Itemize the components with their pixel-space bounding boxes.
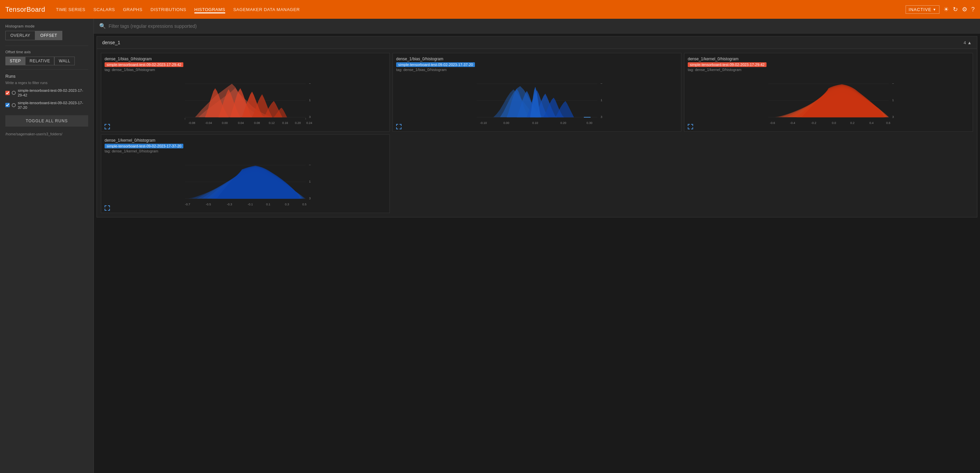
chart-2-tag: tag: dense_1/bias_0/histogram bbox=[396, 68, 678, 72]
svg-text:-0.4: -0.4 bbox=[790, 121, 795, 125]
run-item-2: simple-tensorboard-test-09-02-2023-17-37… bbox=[5, 100, 88, 110]
chart-2-area: – 1 3 bbox=[396, 75, 678, 128]
chart-4-title: dense_1/kernel_0/histogram bbox=[105, 138, 386, 143]
toggle-all-button[interactable]: TOGGLE ALL RUNS bbox=[5, 115, 88, 127]
svg-text:0.4: 0.4 bbox=[869, 121, 874, 125]
svg-text:0.04: 0.04 bbox=[238, 121, 244, 125]
filter-bar: 🔍 bbox=[94, 19, 980, 33]
chevron-down-icon: ▼ bbox=[933, 8, 936, 11]
svg-text:–: – bbox=[892, 82, 894, 85]
chart-2-title: dense_1/bias_0/histogram bbox=[396, 57, 678, 61]
run-item-1: simple-tensorboard-test-09-02-2023-17-29… bbox=[5, 88, 88, 98]
relative-button[interactable]: RELATIVE bbox=[25, 57, 54, 65]
run-1-checkbox[interactable] bbox=[5, 91, 10, 95]
expand-icon-3[interactable] bbox=[688, 124, 693, 129]
run-2-radio[interactable] bbox=[12, 103, 16, 107]
svg-text:0.20: 0.20 bbox=[560, 121, 566, 125]
search-icon: 🔍 bbox=[99, 23, 106, 29]
svg-text:0.3: 0.3 bbox=[285, 203, 289, 206]
runs-filter-label: Write a regex to filter runs bbox=[5, 81, 88, 85]
brightness-icon[interactable]: ☀ bbox=[943, 6, 949, 13]
svg-text:-0.3: -0.3 bbox=[227, 203, 232, 206]
svg-text:-0.1: -0.1 bbox=[248, 203, 253, 206]
chevron-up-icon[interactable]: ▲ bbox=[967, 40, 972, 45]
svg-text:0.6: 0.6 bbox=[886, 121, 891, 125]
divider-2 bbox=[5, 69, 88, 70]
step-button[interactable]: STEP bbox=[5, 57, 25, 65]
chart-4-run-badge: simple-tensorboard-test-09-02-2023-17-37… bbox=[105, 144, 183, 148]
nav-scalars[interactable]: SCALARS bbox=[94, 6, 115, 13]
svg-text:-0.7: -0.7 bbox=[185, 203, 190, 206]
overlay-button[interactable]: OVERLAY bbox=[5, 31, 35, 40]
svg-text:1: 1 bbox=[309, 180, 311, 183]
run-1-label: simple-tensorboard-test-09-02-2023-17-29… bbox=[18, 88, 88, 98]
nav-sagemaker[interactable]: SAGEMAKER DATA MANAGER bbox=[233, 6, 300, 13]
run-1-radio[interactable] bbox=[12, 91, 16, 95]
chart-3-title: dense_1/kernel_0/histogram bbox=[688, 57, 969, 61]
svg-text:-0.04: -0.04 bbox=[205, 121, 212, 125]
chart-2-run-badge: simple-tensorboard-test-09-02-2023-17-37… bbox=[396, 62, 475, 67]
svg-text:0.16: 0.16 bbox=[282, 121, 288, 125]
svg-text:-0.5: -0.5 bbox=[206, 203, 211, 206]
mode-buttons: OVERLAY OFFSET bbox=[5, 31, 88, 40]
filter-input[interactable] bbox=[108, 24, 975, 29]
svg-text:-0.10: -0.10 bbox=[480, 121, 487, 125]
svg-text:0.0: 0.0 bbox=[832, 121, 836, 125]
offset-axis-label: Offset time axis bbox=[5, 50, 88, 54]
svg-text:1: 1 bbox=[892, 98, 894, 102]
nav-time-series[interactable]: TIME SERIES bbox=[56, 6, 86, 13]
svg-text:3: 3 bbox=[309, 197, 311, 200]
svg-text:0.30: 0.30 bbox=[587, 121, 593, 125]
svg-text:0.1: 0.1 bbox=[266, 203, 270, 206]
chart-1-title: dense_1/bias_0/histogram bbox=[105, 57, 386, 61]
expand-icon-4[interactable] bbox=[105, 205, 110, 211]
expand-icon-1[interactable] bbox=[105, 124, 110, 129]
nav-graphs[interactable]: GRAPHS bbox=[123, 6, 142, 13]
chart-2-svg: – 1 3 bbox=[396, 75, 678, 128]
chart-3-svg: – 1 3 bbox=[688, 75, 969, 128]
svg-text:1: 1 bbox=[309, 98, 311, 102]
section-header: dense_1 4 ▲ bbox=[97, 37, 977, 49]
svg-text:0.24: 0.24 bbox=[306, 121, 312, 125]
chart-1-tag: tag: dense_1/bias_0/histogram bbox=[105, 68, 386, 72]
run-2-label: simple-tensorboard-test-09-02-2023-17-37… bbox=[18, 100, 88, 110]
sidebar: Histogram mode OVERLAY OFFSET Offset tim… bbox=[0, 19, 94, 473]
chart-4-svg: – 1 3 bbox=[105, 156, 386, 210]
chart-card-2: dense_1/bias_0/histogram simple-tensorbo… bbox=[393, 53, 681, 132]
header-right: INACTIVE ▼ ☀ ↻ ⚙ ? bbox=[905, 5, 975, 14]
histogram-mode-label: Histogram mode bbox=[5, 24, 88, 28]
run-2-checkbox[interactable] bbox=[5, 103, 10, 107]
svg-text:–: – bbox=[309, 82, 311, 85]
offset-button[interactable]: OFFSET bbox=[35, 31, 62, 40]
chart-3-tag: tag: dense_1/kernel_0/histogram bbox=[688, 68, 969, 72]
svg-text:-0.2: -0.2 bbox=[811, 121, 816, 125]
wall-button[interactable]: WALL bbox=[54, 57, 75, 65]
svg-text:0.08: 0.08 bbox=[254, 121, 260, 125]
axis-buttons: STEP RELATIVE WALL bbox=[5, 57, 88, 65]
svg-text:3: 3 bbox=[601, 115, 602, 119]
section-name: dense_1 bbox=[102, 40, 120, 45]
charts-grid: dense_1/bias_0/histogram simple-tensorbo… bbox=[97, 49, 977, 217]
chart-3-area: – 1 3 bbox=[688, 75, 969, 128]
chart-1-svg: – 1 3 bbox=[105, 75, 386, 128]
settings-icon[interactable]: ⚙ bbox=[962, 6, 967, 13]
nav-histograms[interactable]: HISTOGRAMS bbox=[194, 6, 225, 13]
refresh-icon[interactable]: ↻ bbox=[953, 6, 958, 13]
app-header: TensorBoard TIME SERIES SCALARS GRAPHS D… bbox=[0, 0, 980, 19]
svg-text:0.20: 0.20 bbox=[295, 121, 301, 125]
expand-icon-2[interactable] bbox=[396, 124, 401, 129]
chart-1-run-badge: simple-tensorboard-test-09-02-2023-17-29… bbox=[105, 62, 183, 67]
svg-text:0.12: 0.12 bbox=[269, 121, 275, 125]
nav-distributions[interactable]: DISTRIBUTIONS bbox=[151, 6, 186, 13]
app-logo: TensorBoard bbox=[5, 6, 45, 13]
runs-title: Runs bbox=[5, 74, 88, 79]
svg-text:1: 1 bbox=[601, 98, 602, 102]
help-icon[interactable]: ? bbox=[971, 6, 975, 13]
svg-text:-0.08: -0.08 bbox=[188, 121, 196, 125]
content-area: 🔍 dense_1 4 ▲ dense_1/bias_0/histogram s… bbox=[94, 19, 980, 473]
status-select[interactable]: INACTIVE ▼ bbox=[905, 5, 939, 14]
chart-1-area: – 1 3 bbox=[105, 75, 386, 128]
dense-1-section: dense_1 4 ▲ dense_1/bias_0/histogram sim… bbox=[97, 36, 977, 217]
folder-path: /home/sagemaker-user/s3_folders/ bbox=[5, 132, 88, 136]
section-count: 4 ▲ bbox=[964, 40, 972, 45]
